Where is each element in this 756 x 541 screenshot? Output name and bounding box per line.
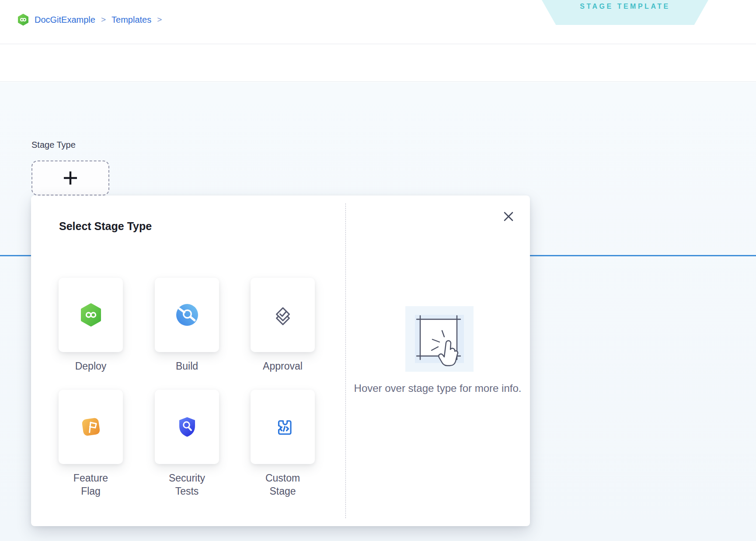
feature-flag-icon: [79, 415, 103, 439]
header-bar: DocGitExample > Templates > STAGE TEMPLA…: [0, 0, 756, 44]
stage-type-approval[interactable]: [251, 278, 315, 352]
close-icon: [503, 211, 514, 222]
breadcrumb-separator: >: [157, 15, 162, 24]
stage-template-ribbon: STAGE TEMPLATE: [542, 0, 708, 25]
close-popover-button[interactable]: [502, 209, 516, 223]
popover-heading: Select Stage Type: [59, 220, 152, 233]
stage-type-custom-stage[interactable]: [251, 390, 315, 464]
breadcrumb-project-link[interactable]: DocGitExample: [35, 15, 95, 25]
hover-hint-text: Hover over stage type for more info.: [341, 381, 534, 395]
add-stage-button[interactable]: [31, 161, 109, 195]
stage-type-deploy[interactable]: [59, 278, 123, 352]
stage-type-label-custom-stage: Custom Stage: [257, 471, 309, 498]
approval-icon: [271, 303, 295, 327]
custom-stage-icon: [271, 415, 295, 439]
stage-type-build[interactable]: [155, 278, 219, 352]
build-icon: [175, 303, 199, 327]
hover-info-illustration: [405, 306, 474, 373]
breadcrumb: DocGitExample > Templates >: [17, 0, 162, 39]
popover-divider: [345, 203, 346, 518]
security-tests-icon: [175, 415, 199, 439]
stage-type-label-security-tests: Security Tests: [161, 471, 213, 498]
stage-type-feature-flag[interactable]: [59, 390, 123, 464]
breadcrumb-templates-link[interactable]: Templates: [111, 15, 151, 25]
stage-type-security-tests[interactable]: [155, 390, 219, 464]
project-hexagon-icon: [17, 14, 29, 26]
breadcrumb-separator: >: [101, 15, 106, 24]
stage-type-label-deploy: Deploy: [65, 360, 117, 373]
plus-icon: [62, 170, 79, 186]
stage-type-label: Stage Type: [31, 140, 76, 150]
deploy-icon: [79, 303, 103, 327]
title-bar: DocStageTemplate VISUAL YAML: [0, 44, 756, 82]
stage-type-label-approval: Approval: [257, 360, 309, 373]
stage-type-label-feature-flag: Feature Flag: [65, 471, 117, 498]
stage-type-label-build: Build: [161, 360, 213, 373]
select-stage-type-popover: Select Stage Type Deploy: [31, 195, 530, 526]
